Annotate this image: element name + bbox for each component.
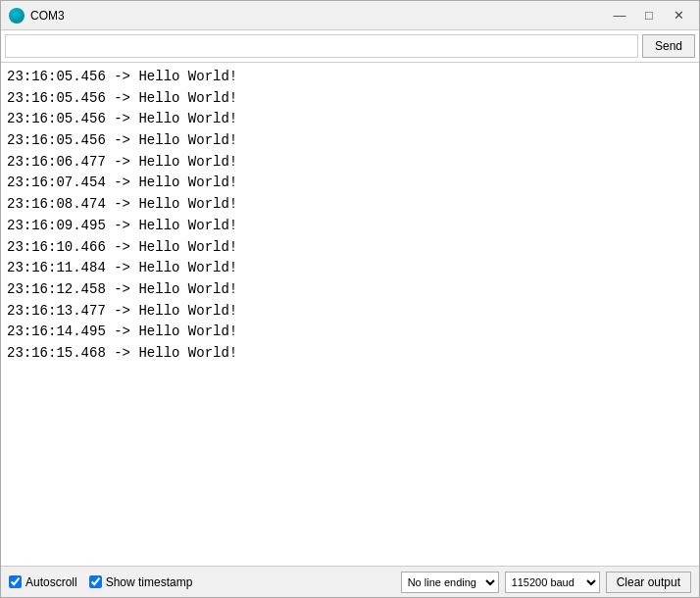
output-line: 23:16:09.495 -> Hello World!	[7, 216, 693, 237]
output-line: 23:16:13.477 -> Hello World!	[7, 301, 693, 323]
minimize-button[interactable]: —	[607, 5, 632, 26]
output-line: 23:16:06.477 -> Hello World!	[7, 152, 693, 174]
line-ending-select[interactable]: No line endingNewlineCarriage returnBoth…	[401, 572, 499, 593]
status-right: No line endingNewlineCarriage returnBoth…	[401, 572, 691, 593]
send-input[interactable]	[5, 34, 638, 58]
clear-output-button[interactable]: Clear output	[606, 572, 691, 593]
maximize-button[interactable]: □	[636, 5, 662, 26]
baud-rate-select[interactable]: 300 baud1200 baud2400 baud4800 baud9600 …	[505, 572, 600, 593]
send-button[interactable]: Send	[642, 34, 695, 58]
com-port-icon	[9, 8, 25, 24]
show-timestamp-text: Show timestamp	[106, 575, 193, 589]
input-bar: Send	[1, 30, 699, 63]
output-line: 23:16:08.474 -> Hello World!	[7, 194, 693, 216]
show-timestamp-label[interactable]: Show timestamp	[89, 575, 193, 589]
output-line: 23:16:10.466 -> Hello World!	[7, 237, 693, 259]
close-button[interactable]: ✕	[666, 5, 691, 26]
status-bar: Autoscroll Show timestamp No line ending…	[1, 566, 699, 597]
title-bar-left: COM3	[9, 8, 65, 24]
output-line: 23:16:05.456 -> Hello World!	[7, 88, 693, 110]
serial-monitor-window: COM3 — □ ✕ Send 23:16:05.456 -> Hello Wo…	[0, 0, 700, 598]
output-line: 23:16:05.456 -> Hello World!	[7, 109, 693, 130]
output-line: 23:16:11.484 -> Hello World!	[7, 258, 693, 279]
autoscroll-checkbox[interactable]	[9, 575, 22, 588]
output-line: 23:16:14.495 -> Hello World!	[7, 322, 693, 343]
output-line: 23:16:15.468 -> Hello World!	[7, 343, 693, 365]
autoscroll-text: Autoscroll	[25, 575, 77, 589]
autoscroll-label[interactable]: Autoscroll	[9, 575, 77, 589]
title-bar-buttons: — □ ✕	[607, 5, 691, 26]
title-bar: COM3 — □ ✕	[1, 1, 699, 30]
serial-output: 23:16:05.456 -> Hello World!23:16:05.456…	[1, 63, 699, 566]
status-left: Autoscroll Show timestamp	[9, 575, 389, 589]
show-timestamp-checkbox[interactable]	[89, 575, 102, 588]
output-line: 23:16:12.458 -> Hello World!	[7, 279, 693, 301]
output-line: 23:16:07.454 -> Hello World!	[7, 173, 693, 194]
output-line: 23:16:05.456 -> Hello World!	[7, 67, 693, 88]
window-title: COM3	[30, 9, 65, 23]
output-line: 23:16:05.456 -> Hello World!	[7, 130, 693, 152]
